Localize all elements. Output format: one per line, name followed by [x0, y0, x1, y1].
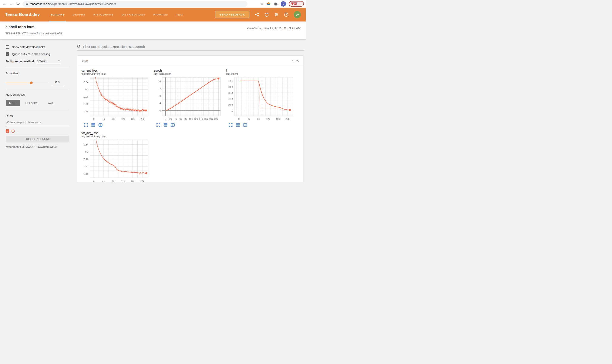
chart-current-loss: current_loss tag: train/current_loss 04k…	[82, 67, 154, 127]
axis-wall-button[interactable]: WALL	[44, 100, 58, 106]
svg-text:2e-4: 2e-4	[228, 104, 233, 106]
address-bar[interactable]: tensorboard.dev/experiment/LJI9MWUORLOw3…	[23, 1, 248, 7]
svg-text:0.34: 0.34	[84, 143, 88, 146]
line-chart[interactable]: 04k8k12k16k20k0.180.220.260.30.34	[82, 76, 150, 121]
axis-step-button[interactable]: STEP	[6, 100, 20, 106]
chart-title: current_loss	[82, 69, 154, 72]
chevron-up-icon[interactable]	[296, 60, 299, 62]
svg-text:8e-4: 8e-4	[228, 86, 233, 88]
svg-text:12k: 12k	[194, 118, 198, 120]
svg-text:4: 4	[159, 102, 161, 104]
browser-profile-avatar[interactable]: k	[281, 1, 286, 7]
chart-tag: tag: train/epoch	[154, 72, 226, 75]
tag-filter-input[interactable]	[83, 45, 304, 49]
toggle-all-runs-button[interactable]: TOGGLE ALL RUNS	[6, 136, 69, 143]
send-feedback-button[interactable]: SEND FEEDBACK	[215, 11, 250, 18]
lock-icon	[26, 2, 28, 5]
help-icon[interactable]: ?	[284, 12, 289, 17]
smoothing-slider[interactable]	[6, 83, 48, 83]
fit-domain-icon[interactable]	[171, 123, 175, 127]
run-name: .	[17, 130, 18, 133]
runs-regex-input[interactable]	[6, 119, 69, 126]
general-settings-section: Show data download links ✓ Ignore outlie…	[6, 41, 69, 68]
svg-text:12k: 12k	[121, 118, 125, 120]
forward-icon[interactable]: →	[9, 2, 14, 6]
chart-lr: lr tag: train/lr 04k8k12k16k20k02e-44e-4…	[226, 67, 298, 127]
chart-tag: tag: train/current_loss	[82, 72, 154, 75]
svg-text:20k: 20k	[140, 180, 144, 182]
run-checkbox[interactable]: ✓	[6, 129, 9, 133]
axis-relative-button[interactable]: RELATIVE	[22, 100, 42, 106]
line-chart[interactable]: 02k4k6k8k10k12k14k16k18k20k0481216	[154, 76, 222, 121]
svg-text:12: 12	[158, 87, 161, 90]
chart-tag: tag: train/lr	[226, 72, 298, 75]
fullscreen-icon[interactable]	[84, 123, 88, 127]
chart-epoch: epoch tag: train/epoch 02k4k6k8k10k12k14…	[154, 67, 226, 127]
browser-toolbar: ← → tensorboard.dev/experiment/LJI9MWUOR…	[0, 0, 306, 8]
svg-text:4k: 4k	[247, 118, 250, 120]
experiment-created-date: Created on Sep 13, 2021, 11:59:23 AM	[247, 26, 300, 30]
fit-domain-icon[interactable]	[98, 123, 102, 127]
fit-domain-icon[interactable]	[243, 123, 247, 127]
svg-text:4k: 4k	[102, 118, 105, 120]
tag-filter-bar	[77, 45, 304, 51]
smoothing-section: Smoothing 0.6	[6, 68, 69, 89]
tab-scalars[interactable]: SCALARS	[50, 8, 64, 21]
svg-text:0.3: 0.3	[85, 151, 88, 153]
extension-puzzle-icon[interactable]	[274, 2, 278, 6]
extension-bowl-icon[interactable]	[266, 2, 271, 6]
log-scale-icon[interactable]	[164, 123, 167, 127]
fullscreen-icon[interactable]	[156, 123, 160, 127]
line-chart[interactable]: 04k8k12k16k20k02e-44e-46e-48e-41e-3	[226, 76, 294, 121]
runs-section: Runs ✓ . TOGGLE ALL RUNS experiment LJI9…	[6, 110, 69, 152]
chart-title: lr	[226, 69, 298, 72]
chevron-down-icon	[58, 61, 60, 62]
tab-graphs[interactable]: GRAPHS	[72, 8, 85, 21]
reload-icon[interactable]	[16, 2, 20, 6]
svg-text:20k: 20k	[286, 118, 289, 120]
tooltip-sorting-select[interactable]: default	[37, 59, 60, 64]
run-color-ring[interactable]	[12, 130, 15, 133]
refresh-icon[interactable]	[264, 12, 269, 17]
svg-text:0.26: 0.26	[84, 96, 88, 98]
log-scale-icon[interactable]	[236, 123, 240, 127]
svg-text:0: 0	[232, 110, 233, 112]
tab-histograms[interactable]: HISTOGRAMS	[93, 8, 113, 21]
runs-label: Runs	[6, 114, 69, 118]
slider-thumb[interactable]	[30, 81, 33, 84]
header-actions: SEND FEEDBACK ⚙ ? W	[215, 11, 301, 18]
show-download-links-checkbox[interactable]	[6, 45, 9, 49]
url-text: tensorboard.dev/experiment/LJI9MWUORLOw3…	[30, 2, 116, 6]
ignore-outliers-checkbox[interactable]: ✓	[6, 52, 9, 56]
svg-text:16k: 16k	[204, 118, 208, 120]
slider-fill	[6, 83, 31, 83]
gear-icon[interactable]: ⚙	[274, 12, 279, 17]
smoothing-value[interactable]: 0.6	[51, 80, 64, 85]
nav-tabs: SCALARS GRAPHS HISTOGRAMS DISTRIBUTIONS …	[50, 8, 184, 21]
line-chart[interactable]: 04k8k12k16k20k0.180.220.260.30.34	[82, 139, 150, 182]
svg-text:12k: 12k	[266, 118, 270, 120]
tab-distributions[interactable]: DISTRIBUTIONS	[122, 8, 145, 21]
chrome-update-button[interactable]: 更新 ⋮	[289, 1, 304, 7]
svg-text:16: 16	[158, 80, 161, 83]
share-icon[interactable]	[254, 12, 259, 17]
experiment-description: TDNN-LSTM CTC model for aishell with ice…	[6, 32, 300, 35]
log-scale-icon[interactable]	[91, 123, 95, 127]
experiment-header: aishell-tdnn-lstm TDNN-LSTM CTC model fo…	[0, 21, 306, 39]
fullscreen-icon[interactable]	[229, 123, 233, 127]
group-header[interactable]: train 4	[77, 56, 304, 65]
svg-text:2k: 2k	[169, 118, 172, 120]
ignore-outliers-label: Ignore outliers in chart scaling	[12, 52, 50, 56]
svg-text:4e-4: 4e-4	[228, 98, 233, 100]
tab-hparams[interactable]: HPARAMS	[153, 8, 168, 21]
svg-text:0: 0	[93, 118, 94, 120]
tab-text[interactable]: TEXT	[176, 8, 184, 21]
tooltip-sorting-label: Tooltip sorting method:	[6, 60, 35, 63]
train-group-card: train 4 current_loss tag: train/current_…	[77, 55, 304, 182]
svg-text:0.26: 0.26	[84, 158, 88, 161]
browser-menu-icon[interactable]: ⋮	[299, 2, 302, 6]
back-icon[interactable]: ←	[2, 2, 7, 6]
user-avatar[interactable]: W	[294, 11, 301, 18]
bookmark-star-icon[interactable]: ☆	[260, 2, 264, 6]
horizontal-axis-label: Horizontal Axis	[6, 93, 69, 96]
